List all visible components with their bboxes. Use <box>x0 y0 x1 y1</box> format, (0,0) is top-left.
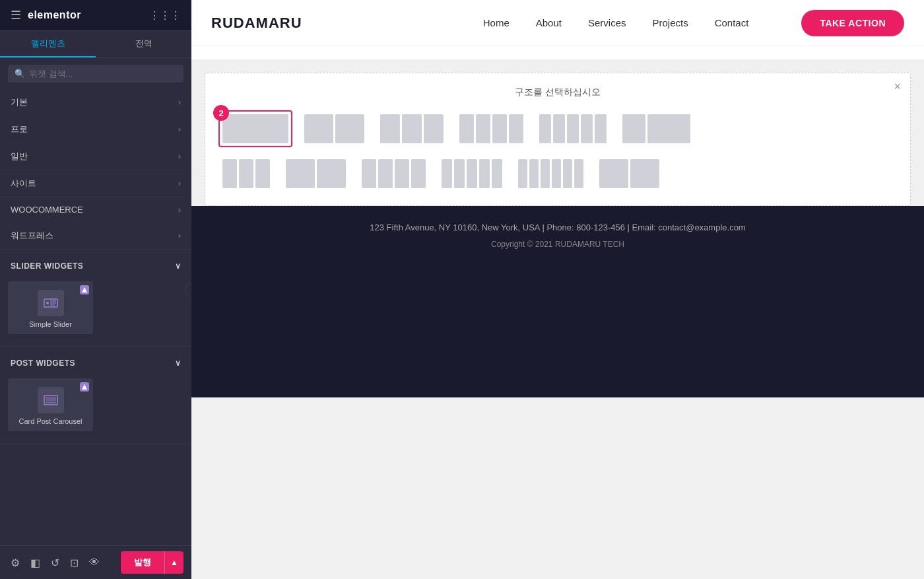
struct-block <box>239 159 253 188</box>
structure-option-5col-v2[interactable] <box>438 155 506 192</box>
structure-option-2col[interactable] <box>300 110 368 147</box>
struct-block <box>539 114 551 143</box>
structure-option-1col[interactable] <box>218 110 292 147</box>
nav-services[interactable]: Services <box>588 17 626 28</box>
brand-logo: RUDAMARU <box>211 15 302 32</box>
structure-option-2col-v3[interactable] <box>595 155 663 192</box>
simple-slider-widget[interactable]: Simple Slider <box>8 281 93 334</box>
struct-block <box>222 159 237 188</box>
publish-arrow-button[interactable]: ▲ <box>164 551 183 574</box>
struct-block <box>442 159 452 188</box>
struct-block <box>567 114 579 143</box>
chevron-icon: › <box>178 98 181 107</box>
chevron-icon: › <box>178 205 181 215</box>
topnav: RUDAMARU Home About Services Projects Co… <box>191 0 924 46</box>
elementor-logo: elementor <box>28 9 81 21</box>
publish-button-group: 발행 ▲ <box>121 551 183 574</box>
chevron-icon: › <box>178 152 181 161</box>
sidebar-item-wordpress-label: 워드프레스 <box>11 230 53 242</box>
struct-block <box>509 114 523 143</box>
struct-block <box>479 159 490 188</box>
struct-block <box>552 159 561 188</box>
struct-block <box>595 114 607 143</box>
structure-option-4col[interactable] <box>455 110 527 147</box>
main-area: RUDAMARU Home About Services Projects Co… <box>191 0 924 579</box>
structure-option-3col-v2[interactable] <box>218 155 274 192</box>
hamburger-icon[interactable]: ☰ <box>11 8 21 22</box>
post-widgets-label: POST WIDGETS <box>11 358 75 368</box>
sidebar-item-woo-label: WOOCOMMERCE <box>11 205 83 215</box>
search-icon: 🔍 <box>15 69 25 79</box>
nav-projects[interactable]: Projects <box>653 17 688 28</box>
struct-block <box>599 159 628 188</box>
structure-option-2col-v2[interactable] <box>282 155 350 192</box>
struct-block <box>424 114 444 143</box>
struct-block <box>630 159 659 188</box>
sidebar-item-wordpress[interactable]: 워드프레스 › <box>0 222 191 250</box>
sidebar-item-site[interactable]: 사이트 › <box>0 170 191 197</box>
publish-button[interactable]: 발행 <box>121 551 164 574</box>
tab-global[interactable]: 전역 <box>96 31 191 57</box>
nav-home[interactable]: Home <box>483 17 510 28</box>
sidebar-header-left: ☰ elementor <box>11 8 81 22</box>
grid-icon[interactable]: ⋮⋮⋮ <box>149 9 181 22</box>
struct-block <box>476 114 490 143</box>
post-chevron-icon: ∨ <box>175 358 182 368</box>
simple-slider-label: Simple Slider <box>29 320 72 328</box>
struct-block <box>255 159 270 188</box>
tab-elements[interactable]: 엘리멘츠 <box>0 31 96 57</box>
struct-block <box>492 159 502 188</box>
struct-block <box>395 159 409 188</box>
slider-widget-grid: Simple Slider <box>0 276 191 339</box>
sidebar-item-general-label: 일반 <box>11 151 28 162</box>
responsive-icon[interactable]: ⊡ <box>67 554 81 572</box>
structure-close-button[interactable]: × <box>894 80 901 94</box>
widget-badge <box>80 382 89 392</box>
struct-block <box>378 159 393 188</box>
nav-links: Home About Services Projects Contact TAK… <box>483 10 904 36</box>
structure-option-2col-unequal[interactable] <box>618 110 694 147</box>
sidebar-item-pro[interactable]: 프로 › <box>0 116 191 143</box>
struct-block <box>454 159 465 188</box>
post-widgets-header[interactable]: POST WIDGETS ∨ <box>0 353 191 373</box>
structure-option-6col[interactable] <box>514 155 587 192</box>
structure-option-5col[interactable] <box>535 110 610 147</box>
struct-block <box>286 159 315 188</box>
sidebar-item-basic-label: 기본 <box>11 96 28 108</box>
preview-icon[interactable]: 👁 <box>86 554 102 571</box>
chevron-icon: › <box>178 125 181 134</box>
sidebar-item-basic[interactable]: 기본 › <box>0 89 191 116</box>
settings-icon[interactable]: ⚙ <box>8 554 22 572</box>
sidebar-item-site-label: 사이트 <box>11 178 36 189</box>
struct-block <box>380 114 400 143</box>
slider-widgets-header[interactable]: SLIDER WIDGETS ∨ <box>0 256 191 276</box>
chevron-icon: › <box>178 231 181 240</box>
slider-widgets-label: SLIDER WIDGETS <box>11 261 83 271</box>
struct-block <box>459 114 474 143</box>
search-box: 🔍 <box>8 65 183 83</box>
nav-cta-button[interactable]: TAKE ACTION <box>801 10 904 36</box>
nav-contact[interactable]: Contact <box>715 17 749 28</box>
sidebar-item-woo[interactable]: WOOCOMMERCE › <box>0 197 191 222</box>
card-post-carousel-widget[interactable]: Card Post Carousel <box>8 378 93 431</box>
structure-option-3col[interactable] <box>376 110 447 147</box>
layers-icon[interactable]: ◧ <box>28 554 43 572</box>
struct-block <box>529 159 539 188</box>
post-widget-grid: Card Post Carousel <box>0 373 191 436</box>
card-post-carousel-label: Card Post Carousel <box>19 417 82 425</box>
widget-badge <box>80 285 89 294</box>
sidebar-item-pro-label: 프로 <box>11 123 28 135</box>
history-icon[interactable]: ↺ <box>48 554 62 572</box>
structure-row-1: 2 <box>218 110 897 147</box>
svg-point-2 <box>46 302 49 304</box>
slider-chevron-icon: ∨ <box>175 261 182 271</box>
search-input[interactable] <box>29 69 177 79</box>
widget-icon <box>38 290 64 316</box>
struct-block <box>622 114 645 143</box>
sidebar-header: ☰ elementor ⋮⋮⋮ <box>0 0 191 31</box>
sidebar-item-general[interactable]: 일반 › <box>0 143 191 170</box>
nav-about[interactable]: About <box>536 17 562 28</box>
struct-block <box>362 159 376 188</box>
number-badge: 2 <box>213 105 229 121</box>
structure-option-4col-v2[interactable] <box>358 155 430 192</box>
